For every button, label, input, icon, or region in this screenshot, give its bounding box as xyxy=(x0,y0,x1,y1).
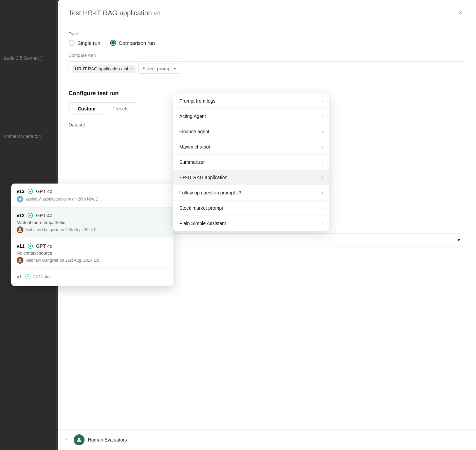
select-prompt-text: Select prompt xyxy=(143,66,172,71)
version-item-v12[interactable]: v12 GPT 4o Made it more empathetic Vaibh… xyxy=(11,208,173,238)
avatar-v13: A xyxy=(17,196,23,203)
chevron-right-icon-6: › xyxy=(322,190,323,195)
prompt-item-stock-market[interactable]: Stock market prompt › xyxy=(173,201,329,216)
version-meta-text-v11: Vaibhavi Gangwar on 21st Aug, 2024 10:..… xyxy=(25,258,103,263)
type-label: Type xyxy=(69,31,465,36)
avatar-v12 xyxy=(17,226,23,233)
prompt-item-plain-simple[interactable]: Plain Simple Assistant › xyxy=(173,216,329,231)
tab-presets[interactable]: Presets xyxy=(104,103,136,115)
gpt-icon-v11 xyxy=(27,243,33,249)
prompt-item-acting-agent-label: Acting Agent xyxy=(179,114,206,119)
svg-point-3 xyxy=(30,215,31,217)
svg-point-6 xyxy=(30,245,31,247)
comparison-run-radio[interactable] xyxy=(110,40,116,46)
prompt-item-logs[interactable]: Prompt from logs › xyxy=(173,93,329,109)
bg-text-1: aude 3.5 Sonnet ( xyxy=(0,53,46,64)
section-divider xyxy=(69,83,465,83)
version-num-v10: v1 xyxy=(17,274,22,279)
version-model-v10: GPT 4o xyxy=(34,274,50,279)
prompt-item-finance-agent[interactable]: Finance agent › xyxy=(173,124,329,139)
bg-text-2: omment where to t xyxy=(0,131,45,141)
version-desc-v11: No context source xyxy=(17,250,168,256)
modal-title: Test HR-IT RAG application v4 xyxy=(69,9,160,17)
prompt-item-acting-agent[interactable]: Acting Agent › xyxy=(173,109,329,124)
version-list-dropdown: v13 GPT 4o A akshay@akshaydeo.com on 26t… xyxy=(11,184,173,286)
version-model-v12: GPT 4o xyxy=(36,213,52,218)
human-evaluators-label: Human Evaluators xyxy=(88,437,127,443)
version-item-v11[interactable]: v11 GPT 4o No context source Vaibhavi Ga… xyxy=(11,238,173,269)
version-num-v12: v12 xyxy=(17,213,24,218)
svg-point-7 xyxy=(19,259,21,261)
single-run-option[interactable]: Single run xyxy=(69,40,100,46)
prompt-item-hr-it-rag[interactable]: HR-IT RAG application › xyxy=(173,170,329,185)
chevron-right-icon-1: › xyxy=(322,114,323,119)
prompt-item-summarizer-label: Summarizer xyxy=(179,159,205,165)
prompt-item-summarizer[interactable]: Summarizer › xyxy=(173,155,329,170)
tab-custom[interactable]: Custom xyxy=(70,103,104,114)
evaluator-chevron-icon: ▾ xyxy=(458,237,460,243)
human-eval-icon xyxy=(74,434,85,445)
prompt-item-follow-up-label: Follow up question prompt v3 xyxy=(179,190,241,195)
prompt-item-hr-it-rag-label: HR-IT RAG application xyxy=(179,175,227,180)
prompt-dropdown: Prompt from logs › Acting Agent › Financ… xyxy=(173,93,329,231)
version-meta-text-v12: Vaibhavi Gangwar on 20th Sep, 2024 0... xyxy=(25,227,100,232)
version-meta-v12: Vaibhavi Gangwar on 20th Sep, 2024 0... xyxy=(17,226,168,233)
chevron-right-icon-5: › xyxy=(322,175,323,180)
compare-tag-text: HR-IT RAG application / v4 xyxy=(75,66,128,71)
version-meta-text-v13: akshay@akshaydeo.com on 26th Nov, 2... xyxy=(25,197,102,202)
prompt-item-finance-agent-label: Finance agent xyxy=(179,129,209,134)
svg-point-4 xyxy=(19,228,21,230)
gpt-icon-v10 xyxy=(25,274,31,280)
version-header-v11: v11 GPT 4o xyxy=(17,243,168,249)
avatar-v11 xyxy=(17,257,23,264)
prompt-item-plain-simple-label: Plain Simple Assistant xyxy=(179,221,226,226)
prompt-item-maxim-chatbot[interactable]: Maxim chatbot › xyxy=(173,139,329,155)
modal-title-text: Test HR-IT RAG application xyxy=(69,9,152,17)
close-button[interactable]: × xyxy=(456,8,465,18)
chevron-right-icon-0: › xyxy=(322,98,323,104)
version-num-v11: v11 xyxy=(17,243,24,249)
version-meta-v11: Vaibhavi Gangwar on 21st Aug, 2024 10:..… xyxy=(17,257,168,264)
gpt-icon-v12 xyxy=(27,212,33,219)
chevron-right-icon-7: › xyxy=(322,205,323,211)
version-header-v10: v1 GPT 4o xyxy=(17,274,168,280)
version-header-v12: v12 GPT 4o xyxy=(17,212,168,219)
modal-version: v4 xyxy=(154,9,160,17)
configure-tabs: Custom Presets xyxy=(69,102,137,115)
compare-with-label: Compare with xyxy=(69,53,465,58)
dropdown-chevron-icon: ▾ xyxy=(174,66,176,71)
prompt-item-follow-up[interactable]: Follow up question prompt v3 › xyxy=(173,185,329,201)
human-evaluators-bar[interactable]: › Human Evaluators xyxy=(58,429,476,450)
version-model-v11: GPT 4o xyxy=(36,243,52,249)
prompt-item-stock-market-label: Stock market prompt xyxy=(179,205,223,211)
gpt-icon-v13 xyxy=(27,188,33,194)
version-item-v10-partial[interactable]: v1 GPT 4o xyxy=(11,269,173,286)
select-prompt-button[interactable]: Select prompt ▾ xyxy=(138,64,180,74)
version-desc-v12: Made it more empathetic xyxy=(17,220,168,225)
expand-chevron-icon[interactable]: › xyxy=(66,437,68,443)
prompt-item-maxim-chatbot-label: Maxim chatbot xyxy=(179,144,210,150)
single-run-radio[interactable] xyxy=(69,40,75,46)
version-model-v13: GPT 4o xyxy=(36,189,52,194)
prompt-item-logs-label: Prompt from logs xyxy=(179,98,216,104)
compare-input-row[interactable]: HR-IT RAG application / v4 × Select prom… xyxy=(69,61,465,76)
version-item-v13[interactable]: v13 GPT 4o A akshay@akshaydeo.com on 26t… xyxy=(11,184,173,208)
modal-header: Test HR-IT RAG application v4 × xyxy=(58,0,476,24)
svg-point-9 xyxy=(27,276,29,278)
compare-tag: HR-IT RAG application / v4 × xyxy=(72,65,135,73)
comparison-run-option[interactable]: Comparison run xyxy=(110,40,155,46)
single-run-label: Single run xyxy=(77,40,100,46)
chevron-right-icon-4: › xyxy=(322,159,323,165)
chevron-right-icon-2: › xyxy=(322,129,323,134)
compare-with-section: Compare with HR-IT RAG application / v4 … xyxy=(69,53,465,76)
version-meta-v13: A akshay@akshaydeo.com on 26th Nov, 2... xyxy=(17,196,168,203)
chevron-right-icon-8: › xyxy=(322,221,323,226)
version-num-v13: v13 xyxy=(17,189,24,194)
version-header-v13: v13 GPT 4o xyxy=(17,188,168,194)
svg-point-1 xyxy=(30,191,31,192)
comparison-run-label: Comparison run xyxy=(119,40,155,46)
svg-point-10 xyxy=(78,438,80,440)
chevron-right-icon-3: › xyxy=(322,144,323,150)
run-type-group: Single run Comparison run xyxy=(69,40,465,46)
remove-tag-button[interactable]: × xyxy=(130,67,133,71)
